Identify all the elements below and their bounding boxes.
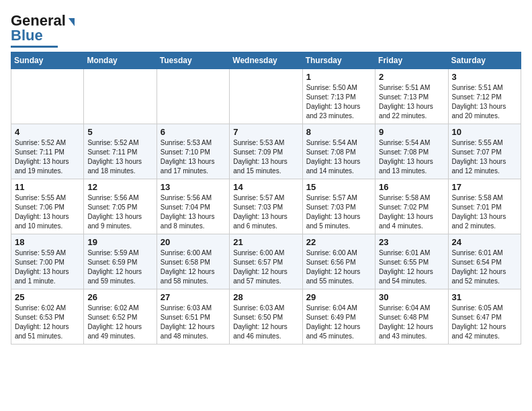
day-info: Sunrise: 6:02 AM Sunset: 6:53 PM Dayligh… — [15, 304, 80, 341]
calendar-cell: 3Sunrise: 5:51 AM Sunset: 7:12 PM Daylig… — [448, 69, 521, 124]
day-number: 28 — [233, 292, 298, 302]
calendar-cell — [11, 69, 84, 124]
calendar-cell: 2Sunrise: 5:51 AM Sunset: 7:13 PM Daylig… — [375, 69, 448, 124]
day-info: Sunrise: 6:00 AM Sunset: 6:57 PM Dayligh… — [233, 248, 298, 286]
day-number: 30 — [379, 292, 444, 302]
day-number: 18 — [15, 237, 80, 247]
day-info: Sunrise: 6:01 AM Sunset: 6:54 PM Dayligh… — [452, 248, 517, 286]
day-info: Sunrise: 5:53 AM Sunset: 7:10 PM Dayligh… — [161, 138, 226, 176]
day-info: Sunrise: 5:59 AM Sunset: 6:59 PM Dayligh… — [87, 248, 152, 286]
day-info: Sunrise: 5:54 AM Sunset: 7:08 PM Dayligh… — [379, 138, 444, 176]
day-info: Sunrise: 6:05 AM Sunset: 6:47 PM Dayligh… — [452, 304, 517, 341]
day-number: 23 — [379, 237, 444, 247]
page-header: General Blue — [11, 11, 521, 48]
weekday-wednesday: Wednesday — [230, 52, 302, 69]
calendar-cell — [157, 69, 229, 124]
calendar-cell: 7Sunrise: 5:53 AM Sunset: 7:09 PM Daylig… — [230, 124, 302, 179]
day-number: 20 — [161, 237, 226, 247]
day-info: Sunrise: 5:57 AM Sunset: 7:03 PM Dayligh… — [233, 193, 298, 231]
day-number: 25 — [15, 292, 80, 302]
calendar-cell: 6Sunrise: 5:53 AM Sunset: 7:10 PM Daylig… — [157, 124, 229, 179]
calendar-cell: 12Sunrise: 5:56 AM Sunset: 7:05 PM Dayli… — [84, 179, 157, 234]
day-number: 8 — [306, 127, 371, 137]
day-info: Sunrise: 5:54 AM Sunset: 7:08 PM Dayligh… — [306, 138, 371, 176]
calendar-cell: 8Sunrise: 5:54 AM Sunset: 7:08 PM Daylig… — [302, 124, 375, 179]
logo-underline — [11, 46, 58, 48]
calendar-cell — [84, 69, 157, 124]
calendar-cell: 26Sunrise: 6:02 AM Sunset: 6:52 PM Dayli… — [84, 289, 157, 345]
calendar-week-2: 4Sunrise: 5:52 AM Sunset: 7:11 PM Daylig… — [11, 124, 521, 179]
calendar-cell: 20Sunrise: 6:00 AM Sunset: 6:58 PM Dayli… — [157, 234, 229, 289]
calendar-cell: 13Sunrise: 5:56 AM Sunset: 7:04 PM Dayli… — [157, 179, 229, 234]
day-number: 16 — [379, 182, 444, 192]
day-info: Sunrise: 5:53 AM Sunset: 7:09 PM Dayligh… — [233, 138, 298, 176]
calendar-body: 1Sunrise: 5:50 AM Sunset: 7:13 PM Daylig… — [11, 69, 521, 345]
day-number: 24 — [452, 237, 517, 247]
calendar-cell: 5Sunrise: 5:52 AM Sunset: 7:11 PM Daylig… — [84, 124, 157, 179]
day-info: Sunrise: 5:58 AM Sunset: 7:02 PM Dayligh… — [379, 193, 444, 231]
day-info: Sunrise: 5:58 AM Sunset: 7:01 PM Dayligh… — [452, 193, 517, 231]
day-number: 29 — [306, 292, 371, 302]
day-info: Sunrise: 6:04 AM Sunset: 6:49 PM Dayligh… — [306, 304, 371, 341]
day-info: Sunrise: 5:52 AM Sunset: 7:11 PM Dayligh… — [15, 138, 80, 176]
day-info: Sunrise: 5:57 AM Sunset: 7:03 PM Dayligh… — [306, 193, 371, 231]
day-info: Sunrise: 5:51 AM Sunset: 7:12 PM Dayligh… — [452, 83, 517, 121]
weekday-header-row: SundayMondayTuesdayWednesdayThursdayFrid… — [11, 52, 521, 69]
calendar-cell: 19Sunrise: 5:59 AM Sunset: 6:59 PM Dayli… — [84, 234, 157, 289]
day-number: 5 — [87, 127, 152, 137]
calendar-week-3: 11Sunrise: 5:55 AM Sunset: 7:06 PM Dayli… — [11, 179, 521, 234]
day-number: 6 — [161, 127, 226, 137]
calendar-cell: 9Sunrise: 5:54 AM Sunset: 7:08 PM Daylig… — [375, 124, 448, 179]
calendar-cell: 30Sunrise: 6:04 AM Sunset: 6:48 PM Dayli… — [375, 289, 448, 345]
calendar-cell: 25Sunrise: 6:02 AM Sunset: 6:53 PM Dayli… — [11, 289, 84, 345]
calendar-cell: 31Sunrise: 6:05 AM Sunset: 6:47 PM Dayli… — [448, 289, 521, 345]
day-info: Sunrise: 5:56 AM Sunset: 7:04 PM Dayligh… — [161, 193, 226, 231]
day-number: 19 — [87, 237, 152, 247]
calendar-cell: 24Sunrise: 6:01 AM Sunset: 6:54 PM Dayli… — [448, 234, 521, 289]
day-number: 2 — [379, 72, 444, 82]
day-number: 10 — [452, 127, 517, 137]
day-info: Sunrise: 6:00 AM Sunset: 6:56 PM Dayligh… — [306, 248, 371, 286]
day-number: 12 — [87, 182, 152, 192]
day-number: 22 — [306, 237, 371, 247]
day-info: Sunrise: 5:59 AM Sunset: 7:00 PM Dayligh… — [15, 248, 80, 286]
weekday-monday: Monday — [84, 52, 157, 69]
day-info: Sunrise: 5:51 AM Sunset: 7:13 PM Dayligh… — [379, 83, 444, 121]
weekday-thursday: Thursday — [302, 52, 375, 69]
calendar-week-1: 1Sunrise: 5:50 AM Sunset: 7:13 PM Daylig… — [11, 69, 521, 124]
day-number: 11 — [15, 182, 80, 192]
day-info: Sunrise: 5:55 AM Sunset: 7:06 PM Dayligh… — [15, 193, 80, 231]
day-number: 15 — [306, 182, 371, 192]
weekday-tuesday: Tuesday — [157, 52, 229, 69]
day-number: 26 — [87, 292, 152, 302]
day-number: 1 — [306, 72, 371, 82]
day-info: Sunrise: 5:50 AM Sunset: 7:13 PM Dayligh… — [306, 83, 371, 121]
calendar-cell: 21Sunrise: 6:00 AM Sunset: 6:57 PM Dayli… — [230, 234, 302, 289]
calendar-cell: 18Sunrise: 5:59 AM Sunset: 7:00 PM Dayli… — [11, 234, 84, 289]
logo-blue: Blue — [11, 27, 43, 44]
day-number: 27 — [161, 292, 226, 302]
weekday-saturday: Saturday — [448, 52, 521, 69]
day-number: 4 — [15, 127, 80, 137]
day-info: Sunrise: 6:01 AM Sunset: 6:55 PM Dayligh… — [379, 248, 444, 286]
calendar-table: SundayMondayTuesdayWednesdayThursdayFrid… — [11, 52, 521, 345]
calendar-cell — [230, 69, 302, 124]
day-info: Sunrise: 5:55 AM Sunset: 7:07 PM Dayligh… — [452, 138, 517, 176]
day-info: Sunrise: 5:56 AM Sunset: 7:05 PM Dayligh… — [87, 193, 152, 231]
calendar-cell: 14Sunrise: 5:57 AM Sunset: 7:03 PM Dayli… — [230, 179, 302, 234]
day-number: 3 — [452, 72, 517, 82]
calendar-cell: 23Sunrise: 6:01 AM Sunset: 6:55 PM Dayli… — [375, 234, 448, 289]
weekday-sunday: Sunday — [11, 52, 84, 69]
calendar-week-5: 25Sunrise: 6:02 AM Sunset: 6:53 PM Dayli… — [11, 289, 521, 345]
day-number: 13 — [161, 182, 226, 192]
calendar-cell: 1Sunrise: 5:50 AM Sunset: 7:13 PM Daylig… — [302, 69, 375, 124]
calendar-cell: 10Sunrise: 5:55 AM Sunset: 7:07 PM Dayli… — [448, 124, 521, 179]
day-info: Sunrise: 5:52 AM Sunset: 7:11 PM Dayligh… — [87, 138, 152, 176]
day-number: 14 — [233, 182, 298, 192]
day-info: Sunrise: 6:02 AM Sunset: 6:52 PM Dayligh… — [87, 304, 152, 341]
day-number: 9 — [379, 127, 444, 137]
calendar-cell: 22Sunrise: 6:00 AM Sunset: 6:56 PM Dayli… — [302, 234, 375, 289]
day-info: Sunrise: 6:00 AM Sunset: 6:58 PM Dayligh… — [161, 248, 226, 286]
calendar-cell: 15Sunrise: 5:57 AM Sunset: 7:03 PM Dayli… — [302, 179, 375, 234]
calendar-cell: 29Sunrise: 6:04 AM Sunset: 6:49 PM Dayli… — [302, 289, 375, 345]
